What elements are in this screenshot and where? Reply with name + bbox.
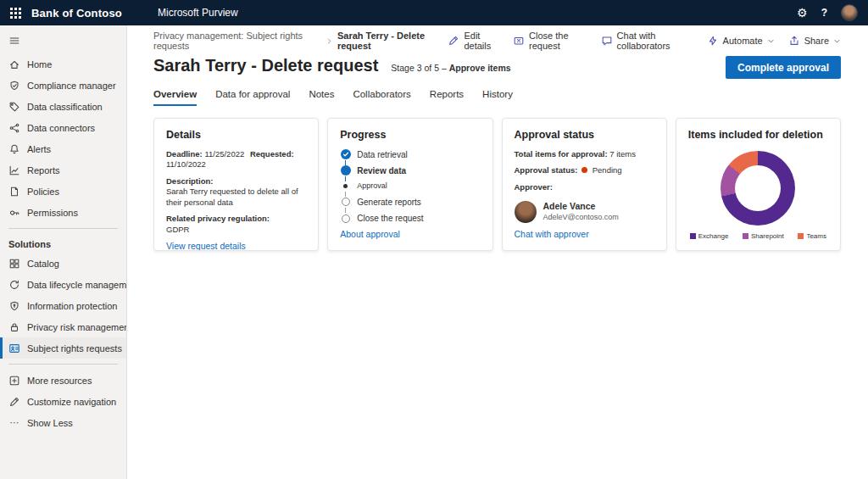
step-current-icon (341, 165, 351, 175)
tab-overview[interactable]: Overview (153, 89, 197, 106)
sidebar-item-show-less[interactable]: ⋯ Show Less (0, 412, 126, 433)
sidebar-item-home[interactable]: Home (0, 53, 126, 75)
details-regulation: Related privacy regulation: GDPR (166, 214, 306, 235)
breadcrumb-parent[interactable]: Privacy management: Subject rights reque… (153, 31, 321, 51)
share-button[interactable]: Share (788, 35, 841, 47)
total-items-label: Total items for approval: (515, 149, 608, 159)
approver-label-row: Approver: (515, 182, 654, 193)
step-approval: Approval (340, 181, 480, 192)
step-label: Review data (357, 165, 406, 176)
key-icon (8, 207, 20, 219)
sidebar-item-data-connectors[interactable]: Data connectors (0, 117, 126, 138)
step-data-retrieval: Data retrieval (340, 149, 480, 160)
total-items-value: 7 items (609, 149, 636, 159)
action-label: Share (804, 36, 829, 46)
chat-bubble-icon (601, 35, 613, 47)
page-title: Sarah Terry - Delete request (153, 56, 378, 75)
shield-check-icon (8, 80, 20, 92)
approver-avatar (515, 201, 537, 223)
tab-data-for-approval[interactable]: Data for approval (215, 89, 290, 106)
sidebar-item-privacy-risk[interactable]: Privacy risk management (0, 316, 126, 337)
step-todo-icon (342, 214, 350, 223)
tab-history[interactable]: History (482, 89, 513, 106)
bell-icon (8, 143, 20, 155)
sidebar-item-label: Data connectors (27, 123, 95, 133)
collapse-nav-button[interactable] (0, 30, 126, 52)
edit-details-button[interactable]: Edit details (448, 31, 499, 51)
grid-icon (8, 258, 20, 270)
tab-collaborators[interactable]: Collaborators (353, 89, 410, 106)
action-label: Edit details (464, 31, 499, 51)
sidebar-item-label: Compliance manager (27, 81, 116, 91)
chart-icon (8, 164, 20, 176)
tab-notes[interactable]: Notes (309, 89, 334, 106)
help-icon[interactable]: ? (821, 7, 827, 19)
close-request-button[interactable]: Close the request (513, 31, 587, 51)
action-label: Automate (723, 36, 763, 46)
view-request-details-link[interactable]: View request details (166, 241, 306, 251)
sidebar-item-compliance-manager[interactable]: Compliance manager (0, 75, 126, 96)
items-card-title: Items included for deletion (688, 128, 828, 142)
complete-approval-button[interactable]: Complete approval (726, 56, 841, 79)
main-content: Privacy management: Subject rights reque… (127, 25, 868, 479)
sidebar-item-permissions[interactable]: Permissions (0, 202, 126, 223)
items-deletion-card: Items included for deletion Exchange Sha… (676, 118, 841, 251)
sidebar-item-data-lifecycle[interactable]: Data lifecycle management (0, 274, 126, 295)
lightning-icon (707, 35, 719, 47)
app-launcher-icon[interactable] (10, 8, 21, 19)
sidebar-item-label: Show Less (27, 418, 73, 428)
step-label: Approval (357, 181, 387, 192)
tab-reports[interactable]: Reports (430, 89, 464, 106)
action-label: Chat with collaborators (617, 31, 693, 51)
chevron-right-icon (326, 37, 333, 45)
progress-card: Progress Data retrieval Review data Appr… (327, 118, 492, 251)
step-review-data: Review data (340, 165, 480, 176)
refresh-icon (8, 279, 20, 291)
sidebar-item-alerts[interactable]: Alerts (0, 138, 126, 159)
legend-item-teams: Teams (798, 232, 826, 242)
approval-card-title: Approval status (515, 128, 654, 142)
donut-chart (721, 151, 795, 226)
stage-name: Approve items (449, 63, 511, 73)
legend-label: Exchange (698, 232, 729, 242)
sidebar-item-catalog[interactable]: Catalog (0, 253, 126, 274)
sidebar-item-reports[interactable]: Reports (0, 159, 126, 181)
chat-collaborators-button[interactable]: Chat with collaborators (601, 31, 693, 51)
about-approval-link[interactable]: About approval (340, 229, 480, 241)
topbar: Bank of Contoso Microsoft Purview ⚙ ? (0, 0, 868, 25)
action-label: Close the request (529, 31, 587, 51)
sidebar-item-subject-rights-requests[interactable]: Subject rights requests (0, 337, 126, 359)
sidebar-item-more-resources[interactable]: More resources (0, 370, 126, 391)
sidebar-item-information-protection[interactable]: Information protection (0, 295, 126, 316)
sidebar-item-label: Data classification (27, 102, 103, 112)
legend-label: Teams (806, 232, 826, 242)
tag-icon (8, 101, 20, 113)
sidebar-item-data-classification[interactable]: Data classification (0, 96, 126, 117)
sidebar-item-label: Permissions (27, 208, 78, 218)
sidebar-item-label: Data lifecycle management (27, 280, 127, 290)
details-card: Details Deadline: 11/25/2022 Requested: … (153, 118, 319, 251)
settings-gear-icon[interactable]: ⚙ (797, 7, 808, 19)
approver-label: Approver: (515, 182, 553, 192)
progress-card-title: Progress (340, 128, 480, 142)
description-label: Description: (166, 176, 213, 186)
brand-name: Bank of Contoso (31, 7, 122, 19)
sidebar-item-label: Alerts (27, 144, 51, 154)
chevron-down-icon (767, 37, 775, 45)
sidebar-item-policies[interactable]: Policies (0, 181, 126, 202)
user-avatar[interactable] (841, 4, 858, 21)
deadline-value: 11/25/2022 (204, 149, 244, 159)
approval-status-row: Approval status: Pending (515, 165, 654, 176)
step-close-request: Close the request (340, 213, 480, 224)
plus-box-icon (8, 375, 20, 387)
sidebar-solutions-header: Solutions (0, 234, 126, 253)
legend-item-exchange: Exchange (690, 232, 729, 242)
sidebar-item-customize-navigation[interactable]: Customize navigation (0, 391, 126, 412)
description-value: Sarah Terry requested to delete all of t… (166, 187, 306, 208)
chat-with-approver-link[interactable]: Chat with approver (515, 229, 654, 241)
sidebar-item-label: Customize navigation (27, 397, 116, 407)
ellipsis-icon: ⋯ (8, 417, 20, 428)
automate-button[interactable]: Automate (707, 35, 775, 47)
regulation-value: GDPR (166, 225, 306, 236)
sidebar-item-label: Information protection (27, 301, 117, 311)
